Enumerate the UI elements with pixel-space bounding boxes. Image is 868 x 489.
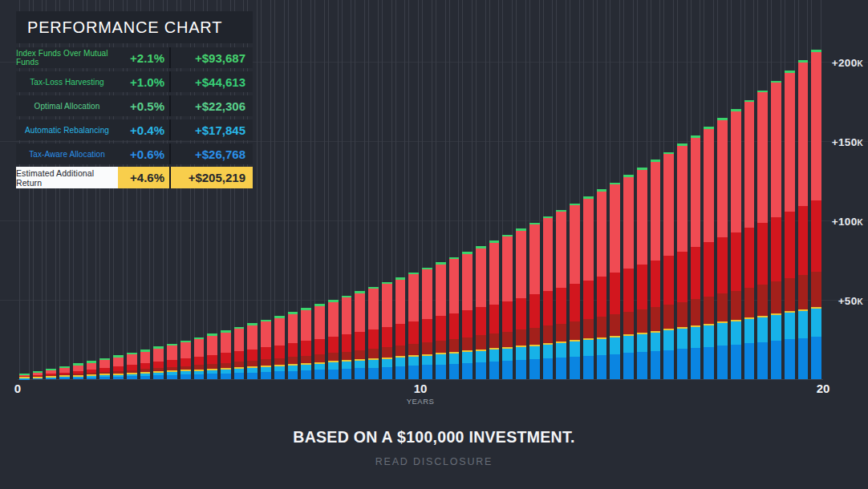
segment-tax-loss-harvesting [395, 324, 406, 346]
segment-tax-aware-allocation [677, 349, 688, 379]
segment-index-funds-over-mutual-funds [234, 329, 245, 351]
segment-tax-aware-allocation [395, 366, 406, 379]
bar-slot[interactable] [809, 0, 823, 379]
segment-tax-aware-allocation [731, 345, 741, 379]
segment-index-funds-over-mutual-funds [556, 212, 566, 287]
segment-index-funds-over-mutual-funds [731, 111, 741, 233]
segment-index-funds-over-mutual-funds [140, 352, 151, 364]
segment-index-funds-over-mutual-funds [677, 146, 688, 252]
segment-tax-loss-harvesting [288, 343, 298, 357]
segment-automatic-rebalancing [663, 330, 674, 350]
bar-slot[interactable] [420, 0, 434, 379]
bar-slot[interactable] [689, 0, 703, 379]
bar-slot[interactable] [635, 0, 649, 379]
stacked-bar [140, 350, 151, 379]
segment-optimal-allocation [274, 358, 285, 365]
bar-slot[interactable] [662, 0, 675, 379]
bar-slot[interactable] [259, 0, 273, 379]
bar-slot[interactable] [756, 0, 769, 379]
segment-index-funds-over-mutual-funds [704, 129, 714, 243]
segment-tax-aware-allocation [476, 362, 486, 379]
x-tick-label: 10 [407, 382, 435, 394]
segment-index-funds-over-mutual-funds [757, 92, 768, 222]
segment-automatic-rebalancing [288, 366, 298, 371]
segment-index-funds-over-mutual-funds [221, 333, 231, 354]
bar-slot[interactable] [353, 0, 367, 379]
segment-automatic-rebalancing [811, 309, 821, 337]
segment-automatic-rebalancing [489, 350, 500, 362]
total-row-label: Estimated Additional Return [16, 167, 118, 188]
bar-slot[interactable] [299, 0, 313, 379]
bar-slot[interactable] [769, 0, 783, 379]
segment-optimal-allocation [328, 353, 339, 361]
legend-row-value: +$26,768 [169, 143, 253, 164]
legend-panel: PERFORMANCE CHART Index Funds Over Mutua… [16, 11, 253, 188]
bar-slot[interactable] [783, 0, 797, 379]
segment-automatic-rebalancing [529, 346, 540, 360]
bar-slot[interactable] [743, 0, 756, 379]
segment-tax-aware-allocation [408, 366, 419, 379]
bar-slot[interactable] [528, 0, 541, 379]
bar-slot[interactable] [327, 0, 340, 379]
bar-slot[interactable] [313, 0, 327, 379]
segment-automatic-rebalancing [757, 317, 768, 342]
stacked-bar [529, 223, 540, 379]
bar-slot[interactable] [622, 0, 635, 379]
bar-slot[interactable] [554, 0, 568, 379]
bar-slot[interactable] [797, 0, 810, 379]
segment-tax-aware-allocation [771, 341, 781, 379]
bar-slot[interactable] [407, 0, 420, 379]
segment-tax-loss-harvesting [610, 273, 620, 314]
segment-index-funds-over-mutual-funds [288, 314, 298, 343]
segment-tax-loss-harvesting [408, 321, 419, 344]
segment-tax-loss-harvesting [368, 329, 379, 349]
bar-slot[interactable] [568, 0, 582, 379]
bar-slot[interactable] [608, 0, 622, 379]
bar-slot[interactable] [460, 0, 474, 379]
stacked-bar [180, 341, 191, 379]
bar-slot[interactable] [541, 0, 555, 379]
bar-slot[interactable] [394, 0, 408, 379]
bar-slot[interactable] [340, 0, 354, 379]
bar-slot[interactable] [716, 0, 729, 379]
segment-automatic-rebalancing [516, 347, 526, 360]
segment-optimal-allocation [382, 347, 392, 358]
bar-slot[interactable] [488, 0, 501, 379]
bar-slot[interactable] [286, 0, 300, 379]
bar-slot[interactable] [675, 0, 689, 379]
bar-slot[interactable] [514, 0, 528, 379]
stacked-bar [59, 366, 70, 379]
x-tick-20: 20 [817, 382, 830, 394]
bar-slot[interactable] [273, 0, 286, 379]
segment-tax-loss-harvesting [194, 357, 205, 365]
stacked-bar [663, 152, 674, 379]
bar-slot[interactable] [448, 0, 461, 379]
bar-slot[interactable] [649, 0, 663, 379]
segment-optimal-allocation [798, 275, 809, 309]
stacked-bar [422, 268, 432, 379]
segment-tax-loss-harvesting [785, 212, 795, 278]
bar-slot[interactable] [582, 0, 595, 379]
segment-index-funds-over-mutual-funds [395, 280, 406, 325]
segment-optimal-allocation [288, 357, 298, 364]
segment-optimal-allocation [314, 354, 325, 362]
bar-slot[interactable] [367, 0, 380, 379]
legend-row-label: Automatic Rebalancing [16, 119, 118, 140]
read-disclosure-link[interactable]: READ DISCLOSURE [0, 456, 868, 467]
bar-slot[interactable] [702, 0, 716, 379]
bar-slot[interactable] [729, 0, 743, 379]
segment-tax-aware-allocation [288, 371, 298, 379]
segment-optimal-allocation [502, 332, 513, 347]
segment-tax-aware-allocation [99, 377, 110, 379]
bar-slot[interactable] [501, 0, 514, 379]
bar-slot[interactable] [380, 0, 394, 379]
x-tick-10: 10YEARS [407, 382, 435, 407]
bar-slot[interactable] [434, 0, 448, 379]
segment-automatic-rebalancing [570, 341, 580, 357]
legend-row: Automatic Rebalancing+0.4%+$17,845 [16, 119, 253, 140]
legend-row-pct: +0.6% [118, 143, 169, 164]
segment-optimal-allocation [691, 299, 701, 325]
bar-slot[interactable] [595, 0, 609, 379]
segment-automatic-rebalancing [556, 343, 566, 358]
bar-slot[interactable] [474, 0, 488, 379]
